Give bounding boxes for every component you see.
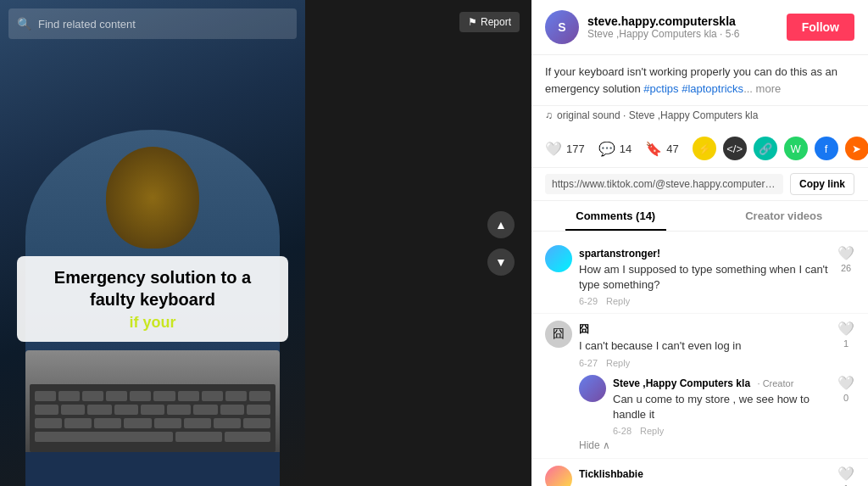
bookmark-icon: 🔖 xyxy=(645,141,662,157)
comment-username: spartanstronger! xyxy=(579,248,660,260)
comment-date: 6-29 xyxy=(579,296,598,306)
reply-item: Steve ,Happy Computers kla · Creator Can… xyxy=(579,375,854,436)
video-panel: 🔍 Emergency solution to a faulty keyboar… xyxy=(0,0,305,486)
music-icon: ♫ xyxy=(545,109,553,121)
likes-stat[interactable]: 🤍 177 xyxy=(545,141,585,157)
caption-box: Emergency solution to a faulty keyboard … xyxy=(17,256,288,342)
heart-icon[interactable]: 🤍 xyxy=(837,466,854,482)
comment-item: spartanstronger! How am I supposed to ty… xyxy=(545,245,854,306)
share-icon-teal[interactable]: 🔗 xyxy=(754,137,777,160)
search-bar[interactable]: 🔍 xyxy=(8,8,297,39)
comment-icon: 💬 xyxy=(598,141,615,157)
description: If your keyboard isn't working properly … xyxy=(531,55,868,106)
middle-panel: ⚑ Report ▲ ▼ xyxy=(305,0,531,486)
more-link[interactable]: ... more xyxy=(743,82,781,95)
caption-main-text: Emergency solution to a faulty keyboard xyxy=(31,266,275,310)
comment-username: Steve ,Happy Computers kla xyxy=(613,377,750,389)
heart-icon: 🤍 xyxy=(545,141,562,157)
creator-name: steve.happy.computerskla xyxy=(587,14,778,28)
comment-thread: 囧 囧 I can't because I can't even log in … xyxy=(531,314,868,459)
avatar: S xyxy=(545,10,579,44)
comment-date: 6-27 xyxy=(579,358,598,368)
comment-thread: spartanstronger! How am I supposed to ty… xyxy=(531,238,868,314)
search-icon: 🔍 xyxy=(17,17,31,31)
heart-icon[interactable]: 🤍 xyxy=(837,245,854,261)
avatar: 囧 xyxy=(545,321,572,348)
creator-header: S steve.happy.computerskla Steve ,Happy … xyxy=(531,0,868,55)
comment-date: 6-28 xyxy=(613,426,632,436)
like-count: 26 xyxy=(841,263,851,273)
avatar xyxy=(579,375,606,402)
comment-body: Steve ,Happy Computers kla · Creator Can… xyxy=(613,375,831,436)
tab-creator-videos[interactable]: Creator videos xyxy=(700,201,869,231)
creator-info: steve.happy.computerskla Steve ,Happy Co… xyxy=(587,14,778,40)
comment-meta: 6-29 Reply xyxy=(579,296,831,306)
share-icon-code[interactable]: </> xyxy=(723,137,747,160)
nav-down-button[interactable]: ▼ xyxy=(487,249,515,276)
music-text: original sound · Steve ,Happy Computers … xyxy=(557,109,758,121)
bookmarks-stat[interactable]: 🔖 47 xyxy=(645,141,678,157)
like-count: 1 xyxy=(843,338,849,349)
copy-link-button[interactable]: Copy link xyxy=(790,173,854,195)
share-icon-facebook[interactable]: f xyxy=(815,137,838,160)
share-icons: ⚡ </> 🔗 W f ➤ xyxy=(693,137,868,160)
comment-text: Can u come to my store , we see how to h… xyxy=(613,392,831,422)
avatar xyxy=(545,245,572,272)
comment-item: Ticklishbabie my laptop screen keeps run… xyxy=(545,466,854,486)
video-background xyxy=(0,0,305,486)
tabs-row: Comments (14) Creator videos xyxy=(531,201,868,232)
comment-body: 囧 I can't because I can't even log in 6-… xyxy=(579,321,831,367)
hide-toggle[interactable]: Hide ∧ xyxy=(579,439,854,451)
link-row: https://www.tiktok.com/@steve.happy.comp… xyxy=(531,168,868,201)
share-icon-yellow[interactable]: ⚡ xyxy=(693,137,716,160)
laptop-keyboard xyxy=(30,384,275,452)
likes-count: 177 xyxy=(566,142,585,155)
comment-like[interactable]: 🤍 1 xyxy=(837,466,854,486)
reply-link[interactable]: Reply xyxy=(606,296,630,306)
report-label: Report xyxy=(481,16,511,28)
person-head xyxy=(106,147,199,249)
share-icon-whatsapp[interactable]: W xyxy=(784,137,808,160)
follow-button[interactable]: Follow xyxy=(787,14,854,41)
nav-up-button[interactable]: ▲ xyxy=(487,211,515,238)
comment-username: 囧 xyxy=(579,323,589,335)
comment-username: Ticklishbabie xyxy=(579,468,643,480)
link-url: https://www.tiktok.com/@steve.happy.comp… xyxy=(545,174,783,194)
reply-link[interactable]: Reply xyxy=(640,426,664,436)
comment-text: I can't because I can't even log in xyxy=(579,338,831,354)
tab-comments[interactable]: Comments (14) xyxy=(531,201,700,231)
comment-like[interactable]: 🤍 1 xyxy=(837,321,854,349)
caption-sub-text: if your xyxy=(31,314,275,332)
right-panel: S steve.happy.computerskla Steve ,Happy … xyxy=(531,0,868,486)
creator-subtitle: Steve ,Happy Computers kla · 5·6 xyxy=(587,28,778,40)
comment-thread: Ticklishbabie my laptop screen keeps run… xyxy=(531,459,868,486)
heart-icon[interactable]: 🤍 xyxy=(837,375,854,391)
avatar xyxy=(545,466,572,486)
comment-meta: 6-27 Reply xyxy=(579,358,831,368)
navigation-arrows: ▲ ▼ xyxy=(487,211,515,276)
comments-stat[interactable]: 💬 14 xyxy=(598,141,632,157)
flag-icon: ⚑ xyxy=(468,16,477,28)
share-icon-forward[interactable]: ➤ xyxy=(845,137,868,160)
music-credit: ♫ original sound · Steve ,Happy Computer… xyxy=(531,106,868,130)
comment-like[interactable]: 🤍 26 xyxy=(837,245,854,273)
bookmarks-count: 47 xyxy=(666,142,678,155)
creator-badge: · Creator xyxy=(758,378,794,388)
heart-icon[interactable]: 🤍 xyxy=(837,321,854,337)
replies: Steve ,Happy Computers kla · Creator Can… xyxy=(579,375,854,436)
comment-text: How am I supposed to type something when… xyxy=(579,262,831,293)
like-count: 0 xyxy=(843,393,849,403)
report-button[interactable]: ⚑ Report xyxy=(459,12,520,32)
comment-body: Ticklishbabie my laptop screen keeps run… xyxy=(579,466,831,486)
comment-body: spartanstronger! How am I supposed to ty… xyxy=(579,245,831,306)
comments-area: spartanstronger! How am I supposed to ty… xyxy=(531,232,868,486)
comment-text: my laptop screen keeps running as in sha… xyxy=(579,483,831,486)
reply-link[interactable]: Reply xyxy=(606,358,630,368)
search-input[interactable] xyxy=(38,18,288,31)
hashtags[interactable]: #pctips #laptoptricks xyxy=(643,82,743,95)
stats-row: 🤍 177 💬 14 🔖 47 ⚡ </> 🔗 W f ➤ xyxy=(531,130,868,168)
comment-meta: 6-28 Reply xyxy=(613,426,831,436)
comment-like[interactable]: 🤍 0 xyxy=(837,375,854,403)
comment-item: 囧 囧 I can't because I can't even log in … xyxy=(545,321,854,367)
comments-count: 14 xyxy=(620,142,632,155)
